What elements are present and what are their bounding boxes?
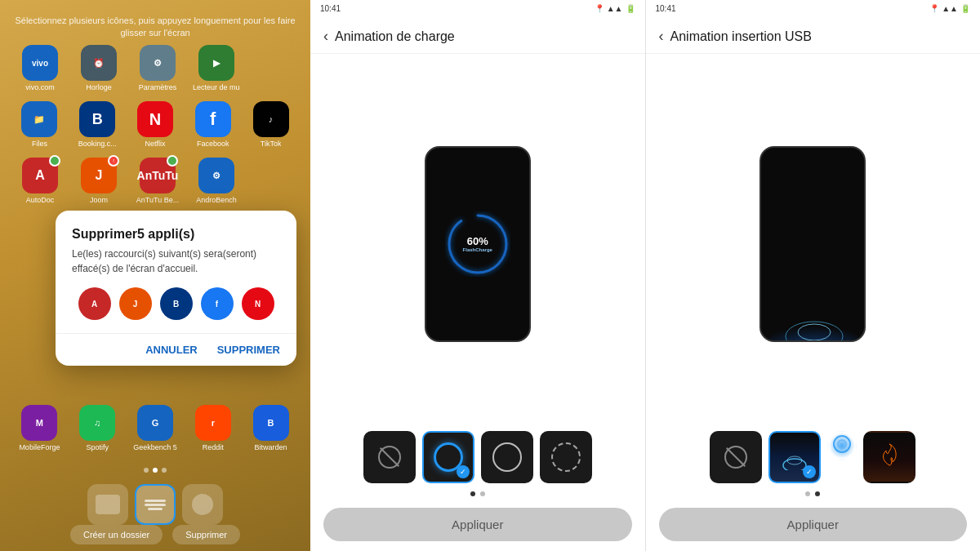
app-icon-img: ♫ <box>79 405 115 441</box>
app-icon-img: f <box>195 101 231 137</box>
app-icon-label: TikTok <box>261 140 282 148</box>
left-panel: Sélectionnez plusieurs icônes, puis appu… <box>0 0 310 551</box>
dialog-buttons: ANNULER SUPPRIMER <box>56 333 296 366</box>
list-item[interactable]: M MobileForge <box>16 405 63 451</box>
app-icon-label: MobileForge <box>19 443 60 451</box>
page-dot-active <box>470 491 475 496</box>
svg-point-5 <box>787 456 802 464</box>
page-dot <box>144 468 149 473</box>
charge-thumb-ring-thin[interactable] <box>481 431 533 483</box>
dialog-title: Supprimer5 appli(s) <box>72 227 280 242</box>
app-icon-label: Facebook <box>197 140 229 148</box>
list-item[interactable]: f Facebook <box>189 101 236 148</box>
bottom-buttons: Créer un dossier Supprimer <box>0 525 310 544</box>
app-icon-img: ♪ <box>253 101 289 137</box>
app-grid: vivo vivo.com ⏰ Horloge ⚙ Paramètres ▶ L… <box>16 45 294 214</box>
page-dot <box>805 491 810 496</box>
usb-wifi-icon: ▲▲ <box>942 4 958 13</box>
app-icon-img: ⏰ <box>81 45 117 81</box>
app-row-1: vivo vivo.com ⏰ Horloge ⚙ Paramètres ▶ L… <box>16 45 294 91</box>
phone-mockup-usb <box>760 146 866 342</box>
charge-apply-button[interactable]: Appliquer <box>323 508 632 541</box>
charge-thumb-ring-dotted[interactable] <box>540 431 592 483</box>
usb-location-icon: 📍 <box>929 4 939 13</box>
charge-panel: 10:41 📍 ▲▲ 🔋 ‹ Animation de charge <box>310 0 646 551</box>
page-dots <box>0 468 310 473</box>
charge-thumb-disabled[interactable] <box>363 431 416 483</box>
app-icon-img: M <box>21 405 57 441</box>
charge-circle-container: 60% FlashCharge <box>445 211 510 277</box>
list-item[interactable] <box>87 484 128 525</box>
usb-apply-button[interactable]: Appliquer <box>659 508 968 541</box>
app-icon-label: Lecteur de musi... <box>193 83 240 91</box>
ring-thin-icon <box>492 442 522 472</box>
charge-percent-text: 60% FlashCharge <box>463 236 492 253</box>
disabled-icon <box>378 446 401 469</box>
dialog-icons: A J B f N <box>72 287 280 320</box>
list-item[interactable]: ♫ Spotify <box>74 405 121 451</box>
cancel-button[interactable]: ANNULER <box>145 344 198 356</box>
usb-status-bar: 10:41 📍 ▲▲ 🔋 <box>646 0 981 16</box>
charge-back-button[interactable]: ‹ <box>323 28 328 45</box>
app-icon-label: AnTuTu Be... <box>136 196 179 204</box>
app-icon-label: AutoDoc <box>26 196 55 204</box>
app-icon-img: 📁 <box>21 101 57 137</box>
keyboard-icon <box>145 500 166 510</box>
app-icon-label: vivo.com <box>25 83 55 91</box>
delete-button[interactable]: SUPPRIMER <box>217 344 280 356</box>
list-item[interactable] <box>135 484 176 525</box>
usb-wave-animation <box>761 283 864 340</box>
list-item[interactable]: vivo vivo.com <box>16 45 64 91</box>
usb-panel: 10:41 📍 ▲▲ 🔋 ‹ Animation insertion USB <box>646 0 981 551</box>
battery-icon: 🔋 <box>626 4 635 13</box>
list-item[interactable]: AnTuTu AnTuTu Be... <box>134 158 181 204</box>
page-dot <box>480 491 485 496</box>
app-icon-label: Netflix <box>145 140 165 148</box>
app-icon-img: J ! <box>81 158 117 193</box>
usb-header: ‹ Animation insertion USB <box>646 16 981 54</box>
badge-sale: ! <box>108 155 119 167</box>
list-item[interactable]: G Geekbench 5 <box>132 405 179 451</box>
slash-icon-usb <box>724 446 747 469</box>
list-item: B <box>160 287 193 320</box>
app-row-bottom: M MobileForge ♫ Spotify G Geekbench 5 r … <box>16 405 294 451</box>
charge-thumbnails: ✓ <box>310 426 645 487</box>
list-item[interactable]: r Reddit <box>189 405 236 451</box>
create-folder-button[interactable]: Créer un dossier <box>70 525 163 544</box>
app-icon-img: ⚙ <box>198 158 234 193</box>
list-item[interactable]: J ! Joom <box>75 158 122 204</box>
usb-thumb-flame[interactable] <box>863 431 915 483</box>
usb-thumb-disabled[interactable] <box>710 431 762 483</box>
list-item[interactable]: B Bitwarden <box>247 405 294 451</box>
list-item[interactable]: N Netflix <box>132 101 179 148</box>
charge-status-icons: 📍 ▲▲ 🔋 <box>595 4 635 13</box>
app-icon-img: B <box>79 101 115 137</box>
list-item[interactable]: ▶ Lecteur de musi... <box>193 45 240 91</box>
app-icon-label: Paramètres <box>139 83 177 91</box>
list-item: f <box>201 287 234 320</box>
list-item[interactable]: ⚙ AndroBench <box>193 158 240 204</box>
phone-mockup-charge: 60% FlashCharge <box>425 146 531 342</box>
list-item[interactable] <box>182 484 223 525</box>
list-item[interactable]: ♪ TikTok <box>247 101 294 148</box>
charge-animation: 60% FlashCharge <box>445 211 510 277</box>
list-item[interactable]: ⏰ Horloge <box>75 45 122 91</box>
usb-thumb-wave[interactable]: ✓ <box>768 431 821 483</box>
page-dot-active <box>153 468 158 473</box>
list-item[interactable]: ⚙ Paramètres <box>134 45 181 91</box>
app-icon-img: ▶ <box>198 45 234 81</box>
usb-thumb-particles[interactable] <box>827 431 857 460</box>
app-icon-label: Reddit <box>203 443 224 451</box>
usb-panel-title: Animation insertion USB <box>670 29 812 44</box>
location-icon: 📍 <box>595 4 604 13</box>
delete-button-bottom[interactable]: Supprimer <box>172 525 240 544</box>
circle-icon <box>192 494 213 515</box>
list-item[interactable]: B Booking.c... <box>74 101 121 148</box>
charge-panel-title: Animation de charge <box>335 29 455 44</box>
charge-thumb-ring-blue[interactable]: ✓ <box>422 431 474 483</box>
list-item[interactable]: 📁 Files <box>16 101 63 148</box>
list-item[interactable]: A AutoDoc <box>16 158 64 204</box>
svg-point-6 <box>834 436 850 452</box>
app-icon-img: B <box>253 405 289 441</box>
usb-back-button[interactable]: ‹ <box>659 28 664 45</box>
